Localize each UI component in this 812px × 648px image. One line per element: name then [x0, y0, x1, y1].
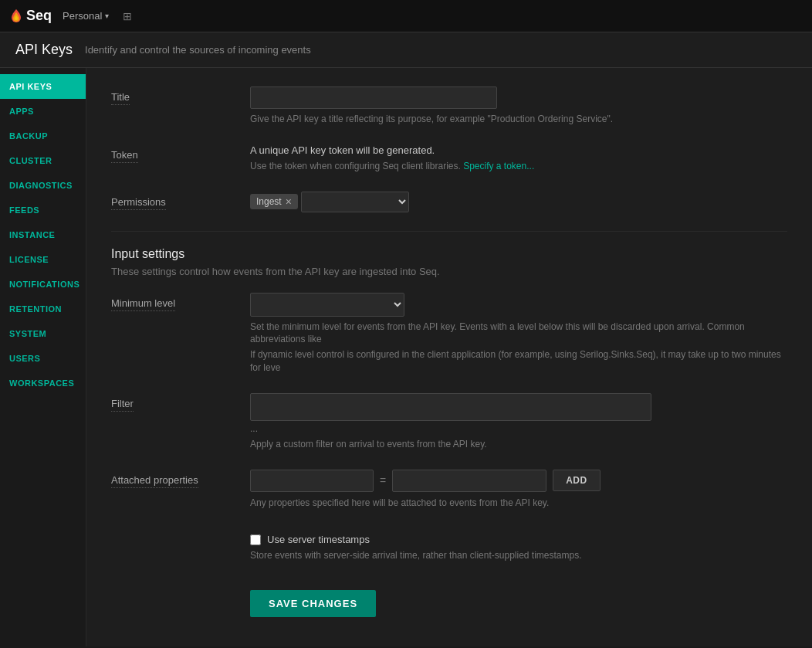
- permission-tag-label: Ingest: [256, 196, 282, 207]
- min-level-label-col: Minimum level: [111, 293, 250, 311]
- title-label-col: Title: [111, 87, 250, 105]
- min-level-label: Minimum level: [111, 297, 175, 311]
- attached-value-input[interactable]: [392, 470, 546, 492]
- sidebar-item-cluster[interactable]: CLUSTER: [0, 148, 86, 173]
- filter-label-col: Filter: [111, 393, 250, 412]
- sidebar-item-backup[interactable]: BACKUP: [0, 124, 86, 148]
- attached-key-input[interactable]: [250, 470, 374, 492]
- sidebar-item-system[interactable]: SYSTEM: [0, 321, 86, 346]
- input-settings-title: Input settings: [111, 247, 787, 261]
- bookmark-icon[interactable]: ⊞: [120, 7, 135, 25]
- filter-dots: ...: [250, 423, 787, 434]
- attached-properties-row: Attached properties = ADD Any properties…: [111, 470, 787, 510]
- permissions-label: Permissions: [111, 196, 166, 210]
- permissions-select[interactable]: Write Read Setup: [301, 192, 409, 212]
- token-label: Token: [111, 149, 138, 163]
- equals-icon: =: [380, 474, 386, 487]
- server-timestamps-label-col: [111, 528, 250, 532]
- save-row: SAVE CHANGES: [111, 581, 787, 617]
- page-header: API Keys Identify and control the source…: [0, 32, 812, 68]
- sidebar-item-apps[interactable]: APPS: [0, 99, 86, 124]
- specify-token-link[interactable]: Specify a token...: [463, 161, 534, 171]
- server-timestamps-hint: Store events with server-side arrival ti…: [250, 549, 787, 562]
- chevron-down-icon: ▾: [105, 12, 109, 20]
- attached-label-col: Attached properties: [111, 470, 250, 488]
- save-label-col: [111, 581, 250, 585]
- sidebar-item-license[interactable]: LICENSE: [0, 247, 86, 272]
- main-content: Title Give the API key a title reflectin…: [86, 68, 812, 646]
- topbar: Seq Personal ▾ ⊞: [0, 0, 812, 32]
- server-timestamps-row: Use server timestamps Store events with …: [111, 528, 787, 562]
- permissions-tags-row: Ingest × Write Read Setup: [250, 192, 787, 212]
- attached-label: Attached properties: [111, 474, 198, 488]
- save-content: SAVE CHANGES: [250, 581, 787, 617]
- input-settings-desc: These settings control how events from t…: [111, 266, 787, 277]
- attached-hint: Any properties specified here will be at…: [250, 497, 787, 510]
- personal-label: Personal: [63, 10, 102, 22]
- min-level-hint2-text: If dynamic level control is configured i…: [250, 349, 781, 373]
- filter-hint: Apply a custom filter on arrival to even…: [250, 438, 787, 451]
- title-input[interactable]: [250, 87, 497, 109]
- section-divider: [111, 231, 787, 232]
- filter-label: Filter: [111, 398, 134, 412]
- server-timestamps-content: Use server timestamps Store events with …: [250, 528, 787, 562]
- permissions-content: Ingest × Write Read Setup: [250, 192, 787, 212]
- min-level-row: Minimum level Verbose Debug Information …: [111, 293, 787, 375]
- logo: Seq: [9, 8, 52, 25]
- attached-inputs-row: = ADD: [250, 470, 787, 492]
- personal-menu[interactable]: Personal ▾: [58, 8, 113, 23]
- sidebar-item-api-keys[interactable]: API KEYS: [0, 74, 86, 99]
- seq-logo-icon: [9, 8, 23, 25]
- min-level-hint-text: Set the minimum level for events from th…: [250, 321, 745, 345]
- token-hint: Use the token when configuring Seq clien…: [250, 160, 787, 173]
- filter-row: Filter ... Apply a custom filter on arri…: [111, 393, 787, 451]
- token-label-col: Token: [111, 144, 250, 163]
- filter-content: ... Apply a custom filter on arrival to …: [250, 393, 787, 451]
- sidebar: API KEYS APPS BACKUP CLUSTER DIAGNOSTICS…: [0, 68, 86, 646]
- sidebar-item-users[interactable]: USERS: [0, 346, 86, 371]
- sidebar-item-notifications[interactable]: NOTIFICATIONS: [0, 272, 86, 297]
- logo-text: Seq: [26, 8, 52, 24]
- sidebar-item-retention[interactable]: RETENTION: [0, 297, 86, 321]
- page-description: Identify and control the sources of inco…: [85, 44, 311, 56]
- permission-tag-ingest: Ingest ×: [250, 194, 298, 209]
- add-property-button[interactable]: ADD: [553, 470, 601, 491]
- token-row: Token A unique API key token will be gen…: [111, 144, 787, 173]
- min-level-hint: Set the minimum level for events from th…: [250, 321, 787, 347]
- min-level-hint2: If dynamic level control is configured i…: [250, 348, 787, 375]
- filter-input[interactable]: [250, 393, 651, 421]
- permission-tag-remove[interactable]: ×: [286, 196, 292, 207]
- input-settings-header: Input settings These settings control ho…: [111, 247, 787, 277]
- permissions-row: Permissions Ingest × Write Read Setup: [111, 192, 787, 212]
- sidebar-item-instance[interactable]: INSTANCE: [0, 222, 86, 247]
- title-content: Give the API key a title reflecting its …: [250, 87, 787, 126]
- token-content: A unique API key token will be generated…: [250, 144, 787, 173]
- min-level-select[interactable]: Verbose Debug Information Warning Error …: [250, 293, 404, 317]
- server-timestamps-checkbox-row: Use server timestamps: [250, 534, 787, 545]
- token-hint-text: Use the token when configuring Seq clien…: [250, 161, 461, 171]
- title-label: Title: [111, 91, 130, 105]
- min-level-content: Verbose Debug Information Warning Error …: [250, 293, 787, 375]
- sidebar-item-workspaces[interactable]: WORKSPACES: [0, 371, 86, 395]
- save-changes-button[interactable]: SAVE CHANGES: [250, 590, 376, 617]
- server-timestamps-checkbox[interactable]: [250, 534, 261, 545]
- attached-content: = ADD Any properties specified here will…: [250, 470, 787, 510]
- token-text: A unique API key token will be generated…: [250, 144, 787, 156]
- permissions-label-col: Permissions: [111, 192, 250, 210]
- sidebar-item-feeds[interactable]: FEEDS: [0, 198, 86, 222]
- title-row: Title Give the API key a title reflectin…: [111, 87, 787, 126]
- server-timestamps-label[interactable]: Use server timestamps: [267, 534, 370, 545]
- layout: API KEYS APPS BACKUP CLUSTER DIAGNOSTICS…: [0, 68, 812, 646]
- sidebar-item-diagnostics[interactable]: DIAGNOSTICS: [0, 173, 86, 198]
- title-hint: Give the API key a title reflecting its …: [250, 113, 787, 126]
- page-title: API Keys: [15, 42, 73, 58]
